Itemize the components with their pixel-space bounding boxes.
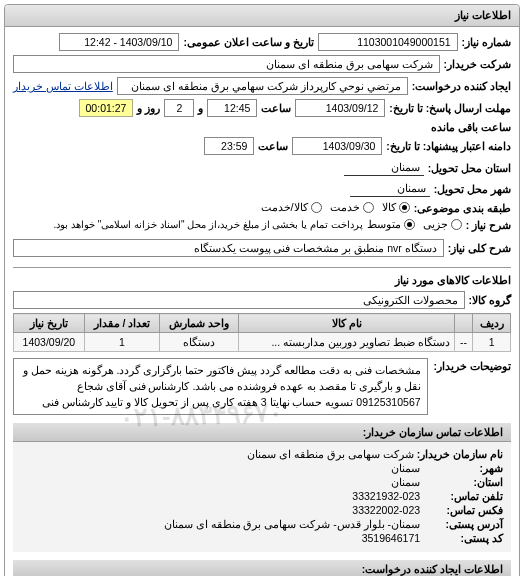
bc-city-value: سمنان: [391, 462, 420, 474]
category-radio-group: کالا خدمت کالا/خدمت: [261, 201, 410, 214]
radio-both-label: کالا/خدمت: [261, 201, 308, 214]
bc-fax-value: 33322002-023: [352, 504, 420, 516]
city-value: سمنان: [350, 180, 430, 197]
validity-time-label: ساعت: [258, 140, 288, 152]
th-date: تاریخ نیاز: [14, 314, 85, 333]
size-note: پرداخت تمام یا بخشی از مبلغ خرید،از محل …: [53, 219, 362, 230]
items-table: ردیف نام کالا واحد شمارش تعداد / مقدار ت…: [13, 313, 511, 352]
cell-date: 1403/09/20: [14, 333, 85, 352]
request-no-label: شماره نیاز:: [462, 36, 511, 48]
deadline-label: مهلت ارسال پاسخ: تا تاریخ:: [389, 102, 511, 114]
validity-date: 1403/09/30: [292, 137, 382, 155]
deadline-date: 1403/09/12: [295, 99, 385, 117]
th-qty: تعداد / مقدار: [84, 314, 160, 333]
requester-label: ایجاد کننده درخواست:: [412, 80, 511, 92]
cell-name: دستگاه ضبط تصاویر دوربین مداربسته ...: [239, 333, 454, 352]
th-unit: واحد شمارش: [160, 314, 239, 333]
buyer-desc-label: توضیحات خریدار:: [434, 358, 511, 372]
category-label: طبقه بندی موضوعی:: [414, 202, 511, 214]
need-info-panel: اطلاعات نیاز شماره نیاز: 110300104900015…: [4, 4, 520, 576]
need-title-label: شرح کلی نیاز:: [448, 242, 511, 254]
buyer-label: شرکت خریدار:: [444, 58, 511, 70]
radio-both[interactable]: [311, 202, 322, 213]
radio-medium[interactable]: [404, 219, 415, 230]
th-name: نام کالا: [239, 314, 454, 333]
buyer-contact-section: اطلاعات تماس سازمان خریدار: نام سازمان خ…: [13, 423, 511, 552]
datetime-label: تاریخ و ساعت اعلان عمومی:: [183, 36, 313, 48]
datetime-value: 1403/09/10 - 12:42: [59, 33, 179, 51]
radio-kala[interactable]: [399, 202, 410, 213]
bc-postcode-label: کد پستی:: [423, 532, 503, 544]
group-value: محصولات الکترونیکی: [13, 291, 465, 309]
validity-time: 23:59: [204, 137, 254, 155]
items-section-title: اطلاعات کالاهای مورد نیاز: [13, 267, 511, 287]
bc-city-label: شهر:: [423, 462, 503, 474]
group-label: گروه کالا:: [469, 294, 511, 306]
size-label: شرح نیاز :: [466, 219, 511, 231]
radio-small[interactable]: [451, 219, 462, 230]
province-value: سمنان: [344, 159, 424, 176]
th-row: ردیف: [473, 314, 511, 333]
radio-service-label: خدمت: [330, 201, 360, 214]
remain-and: و: [198, 102, 203, 114]
bc-phone-label: تلفن تماس:: [423, 490, 503, 502]
province-label: استان محل تحویل:: [428, 162, 511, 174]
creator-contact-title: اطلاعات ایجاد کننده درخواست:: [13, 560, 511, 576]
requester-value: مرتضي نوحي كارپرداز شركت سهامي برق منطقه…: [117, 77, 408, 95]
panel-title: اطلاعات نیاز: [5, 5, 519, 27]
creator-contact-section: اطلاعات ایجاد کننده درخواست: نام: مرتضي …: [13, 560, 511, 576]
cell-code: --: [454, 333, 472, 352]
radio-small-label: جزیی: [423, 218, 448, 231]
remain-suffix: ساعت باقی مانده: [431, 121, 511, 133]
deadline-time-label: ساعت: [261, 102, 291, 114]
org-value: شرکت سهامی برق منطقه ای سمنان: [247, 448, 414, 460]
bc-fax-label: فکس تماس:: [423, 504, 503, 516]
size-radio-group: جزیی متوسط: [367, 218, 462, 231]
cell-row: 1: [473, 333, 511, 352]
radio-service[interactable]: [363, 202, 374, 213]
table-row[interactable]: 1 -- دستگاه ضبط تصاویر دوربین مداربسته .…: [14, 333, 511, 352]
deadline-time: 12:45: [207, 99, 257, 117]
remain-days: 2: [164, 99, 194, 117]
remain-days-label: روز و: [137, 102, 160, 114]
radio-medium-label: متوسط: [367, 218, 401, 231]
bc-province-value: سمنان: [391, 476, 420, 488]
buyer-desc-text: مشخصات فنی به دقت مطالعه گردد پیش فاکتور…: [13, 358, 428, 415]
request-no: 1103001049000151: [318, 33, 458, 51]
cell-qty: 1: [84, 333, 160, 352]
org-label: نام سازمان خریدار:: [417, 448, 503, 460]
need-title-value: دستگاه nvr منطبق بر مشخصات فنی پیوست یکد…: [13, 239, 444, 257]
city-label: شهر محل تحویل:: [434, 183, 511, 195]
bc-phone-value: 33321932-023: [352, 490, 420, 502]
bc-address-value: سمنان- بلوار قدس- شرکت سهامی برق منطقه ا…: [164, 518, 420, 530]
buyer-contact-link[interactable]: اطلاعات تماس خریدار: [13, 80, 113, 92]
bc-province-label: استان:: [423, 476, 503, 488]
bc-postcode-value: 3519646171: [362, 532, 420, 544]
buyer-contact-title: اطلاعات تماس سازمان خریدار:: [13, 423, 511, 442]
bc-address-label: آدرس پستی:: [423, 518, 503, 530]
validity-label: دامنه اعتبار پیشنهاد: تا تاریخ:: [386, 140, 511, 152]
cell-unit: دستگاه: [160, 333, 239, 352]
buyer-value: شرکت سهامی برق منطقه ای سمنان: [13, 55, 440, 73]
radio-kala-label: کالا: [382, 201, 396, 214]
countdown-timer: 00:01:27: [79, 99, 134, 117]
